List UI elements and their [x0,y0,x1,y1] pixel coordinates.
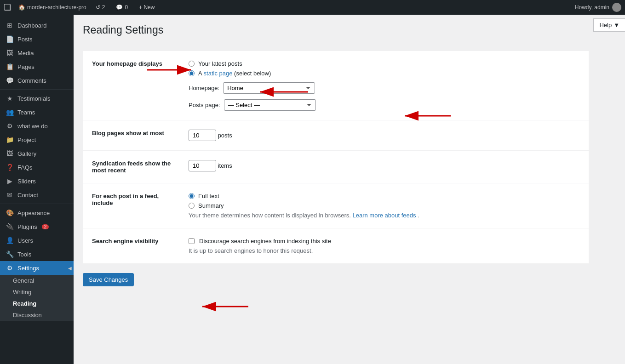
help-arrow-icon: ▼ [614,22,619,28]
radio-static-page[interactable] [189,70,195,76]
sidebar-label-settings: Settings [17,265,39,272]
sidebar-item-project[interactable]: 📁 Project [0,133,74,147]
feed-content-label: For each post in a feed, include [83,183,184,228]
comments-icon: 💬 [116,4,123,11]
posts-page-select-row: Posts page: — Select — Blog News [189,99,579,111]
posts-icon: 📄 [6,35,14,43]
submenu-item-general[interactable]: General [0,275,74,286]
settings-submenu: General Writing Reading Discussion [0,275,74,321]
appearance-icon: 🎨 [6,209,14,216]
static-page-label: A static page (select below) [198,70,271,77]
page-title: Reading Settings [83,24,589,42]
home-icon: 🏠 [18,4,25,11]
submit-section: Save Changes [83,264,589,291]
revisions-item[interactable]: ↺ 2 [94,4,107,11]
feed-content-cell: Full text Summary Your theme determines … [184,183,589,228]
admin-sidebar: ⊞ Dashboard 📄 Posts 🖼 Media 📋 Pages 💬 Co… [0,15,74,364]
sidebar-label-comments: Comments [17,77,46,84]
blog-pages-input[interactable] [189,130,216,141]
sidebar-item-sliders[interactable]: ▶ Sliders [0,174,74,188]
sidebar-item-users[interactable]: 👤 Users [0,233,74,247]
submenu-item-discussion[interactable]: Discussion [0,309,74,321]
homepage-select[interactable]: Home About Contact [223,82,315,94]
sidebar-label-dashboard: Dashboard [17,22,47,29]
static-page-link[interactable]: static page [204,70,235,77]
comments-menu-icon: 💬 [6,77,14,84]
sidebar-item-plugins[interactable]: 🔌 Plugins 2 [0,220,74,233]
settings-table: Your homepage displays Your latest posts… [83,51,589,264]
sidebar-label-appearance: Appearance [17,210,50,216]
sidebar-item-faqs[interactable]: ❓ FAQs [0,160,74,174]
radio-latest-posts[interactable] [189,61,195,67]
site-name[interactable]: 🏠 morden-architecture-pro [18,4,86,11]
posts-page-select[interactable]: — Select — Blog News [224,99,316,111]
sidebar-label-sliders: Sliders [17,178,36,185]
sidebar-item-contact[interactable]: ✉ Contact [0,188,74,202]
sidebar-item-pages[interactable]: 📋 Pages [0,60,74,74]
plugins-badge: 2 [42,224,49,229]
sidebar-item-comments[interactable]: 💬 Comments [0,74,74,87]
radio-summary[interactable] [189,203,195,209]
tools-icon: 🔧 [6,250,14,258]
what-we-do-icon: ⚙ [6,122,14,130]
learn-more-feeds-link[interactable]: Learn more about feeds [353,212,418,219]
gallery-icon: 🖼 [6,150,14,157]
howdy-label: Howdy, admin [575,3,621,12]
sidebar-item-testimonials[interactable]: ★ Testimonials [0,91,74,105]
sidebar-item-gallery[interactable]: 🖼 Gallery [0,147,74,160]
homepage-displays-cell: Your latest posts A static page (select … [184,51,589,120]
latest-posts-label: Your latest posts [198,60,242,67]
sidebar-item-teams[interactable]: 👥 Teams [0,105,74,119]
sidebar-item-media[interactable]: 🖼 Media [0,46,74,60]
save-changes-button[interactable]: Save Changes [83,273,134,286]
revisions-icon: ↺ [96,4,100,11]
search-visibility-checkbox[interactable] [189,238,195,244]
new-item[interactable]: + New [137,4,156,11]
search-visibility-label: Search engine visibility [83,228,184,264]
help-button[interactable]: Help ▼ [593,18,625,32]
sliders-icon: ▶ [6,177,14,185]
search-visibility-cell: Discourage search engines from indexing … [184,228,589,264]
faqs-icon: ❓ [6,164,14,171]
comments-item[interactable]: 💬 0 [114,4,130,11]
sidebar-item-posts[interactable]: 📄 Posts [0,32,74,46]
full-text-label: Full text [198,193,219,199]
sidebar-item-settings[interactable]: ⚙ Settings ◀ [0,261,74,275]
settings-collapse-arrow[interactable]: ◀ [68,261,74,275]
plugins-icon: 🔌 [6,223,14,230]
sidebar-label-contact: Contact [17,192,38,199]
summary-label: Summary [198,202,224,209]
submenu-label-writing: Writing [13,289,31,296]
submenu-item-reading[interactable]: Reading [0,298,74,309]
admin-bar: ❑ 🏠 morden-architecture-pro ↺ 2 💬 0 + Ne… [0,0,625,15]
screen-meta-toggle: Help ▼ [593,18,625,32]
testimonials-icon: ★ [6,95,14,102]
sidebar-item-tools[interactable]: 🔧 Tools [0,247,74,261]
posts-page-dropdown-label: Posts page: [189,102,220,108]
sidebar-label-media: Media [17,50,34,57]
syndication-feeds-suffix: items [218,162,232,169]
settings-icon: ⚙ [6,264,14,272]
sidebar-item-dashboard[interactable]: ⊞ Dashboard [0,18,74,32]
page-wrap: Reading Settings Your homepage displays … [83,24,589,291]
sidebar-label-teams: Teams [17,109,35,116]
sidebar-item-appearance[interactable]: 🎨 Appearance [0,206,74,220]
radio-full-text[interactable] [189,193,195,199]
blog-pages-cell: posts [184,120,589,151]
main-content: Help ▼ Reading Settings Your homepage di… [74,15,625,364]
sidebar-item-what-we-do[interactable]: ⚙ what we do [0,119,74,133]
static-page-row: A static page (select below) [189,70,579,77]
homepage-displays-label: Your homepage displays [83,51,184,120]
search-visibility-row: Search engine visibility Discourage sear… [83,228,589,264]
homepage-select-row: Homepage: Home About Contact [189,82,579,94]
wp-logo-icon[interactable]: ❑ [4,2,11,12]
syndication-feeds-input[interactable] [189,160,216,171]
project-icon: 📁 [6,136,14,143]
feed-content-row: For each post in a feed, include Full te… [83,183,589,228]
syndication-feeds-row: Syndication feeds show the most recent i… [83,151,589,183]
blog-pages-suffix: posts [218,132,232,139]
dashboard-icon: ⊞ [6,22,14,29]
sidebar-label-faqs: FAQs [17,164,33,171]
submenu-item-writing[interactable]: Writing [0,286,74,298]
sidebar-label-tools: Tools [17,251,31,258]
